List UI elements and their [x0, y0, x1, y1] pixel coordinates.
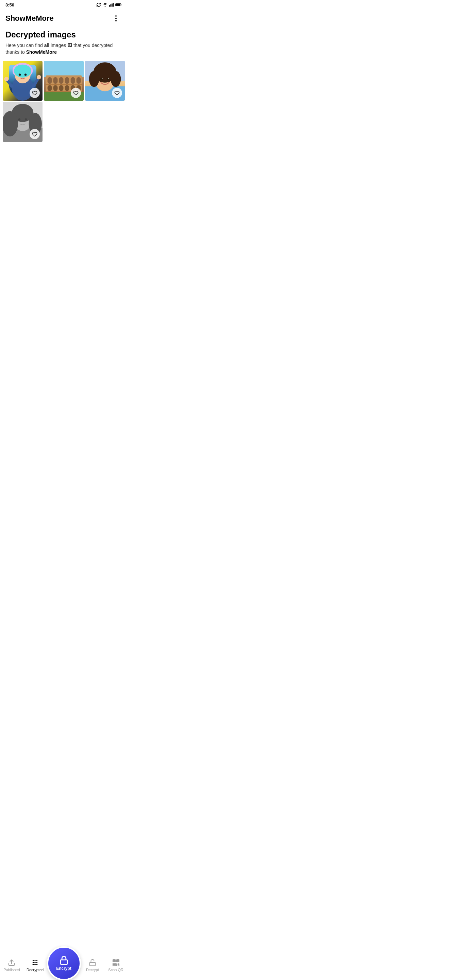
more-icon — [115, 15, 117, 21]
svg-point-37 — [89, 71, 99, 87]
image-item-3[interactable] — [85, 61, 125, 101]
svg-rect-24 — [53, 85, 58, 91]
heart-icon-3 — [114, 91, 120, 95]
svg-rect-5 — [116, 4, 120, 6]
image-grid — [0, 60, 127, 143]
favorite-button-1[interactable] — [30, 88, 40, 98]
app-bar: ShowMeMore — [0, 10, 127, 29]
favorite-button-3[interactable] — [112, 88, 122, 98]
status-time: 3:50 — [5, 2, 14, 8]
favorite-button-2[interactable] — [71, 88, 81, 98]
svg-rect-1 — [111, 5, 111, 7]
image-item-4[interactable] — [3, 102, 43, 142]
svg-rect-29 — [46, 84, 82, 85]
status-bar: 3:50 — [0, 0, 127, 10]
page-description: Here you can find all images 🖼 that you … — [5, 42, 122, 56]
svg-rect-15 — [44, 61, 84, 77]
svg-rect-25 — [59, 85, 63, 91]
svg-point-40 — [107, 78, 109, 80]
svg-rect-19 — [59, 77, 63, 84]
svg-rect-18 — [53, 77, 58, 84]
svg-point-52 — [25, 118, 27, 121]
image-item-1[interactable] — [3, 61, 43, 101]
heart-icon-2 — [73, 91, 79, 95]
svg-point-42 — [108, 78, 109, 79]
svg-rect-26 — [65, 85, 70, 91]
svg-rect-0 — [109, 5, 110, 6]
svg-point-41 — [102, 78, 102, 79]
svg-point-8 — [14, 65, 31, 78]
svg-point-49 — [3, 111, 18, 137]
wifi-icon — [102, 3, 108, 7]
svg-point-9 — [19, 73, 21, 76]
favorite-button-4[interactable] — [30, 129, 40, 139]
battery-icon — [115, 3, 122, 7]
page-header: Decrypted images Here you can find all i… — [0, 29, 127, 60]
svg-point-10 — [24, 73, 27, 76]
status-icons — [96, 2, 122, 7]
svg-rect-22 — [76, 77, 81, 84]
signal-icon — [109, 3, 114, 7]
main-content: Decrypted images Here you can find all i… — [0, 29, 127, 174]
sync-icon — [96, 2, 101, 7]
heart-icon-4 — [32, 132, 37, 137]
app-title: ShowMeMore — [5, 14, 54, 23]
svg-rect-3 — [113, 3, 114, 6]
svg-rect-23 — [48, 85, 52, 91]
svg-point-14 — [37, 75, 41, 80]
page-title: Decrypted images — [5, 30, 122, 40]
svg-rect-17 — [48, 77, 52, 84]
svg-rect-20 — [65, 77, 70, 84]
svg-point-51 — [18, 118, 21, 121]
more-options-button[interactable] — [110, 12, 122, 24]
heart-icon-1 — [32, 91, 37, 95]
image-item-2[interactable] — [44, 61, 84, 101]
svg-rect-21 — [71, 77, 75, 84]
svg-point-13 — [4, 77, 8, 81]
svg-point-39 — [100, 78, 103, 80]
svg-point-38 — [111, 71, 121, 87]
svg-rect-2 — [111, 4, 113, 7]
